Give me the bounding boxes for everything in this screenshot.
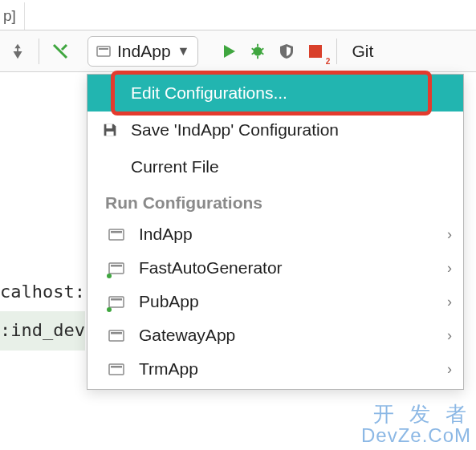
run-config-item[interactable]: IndApp› [87,217,463,251]
spring-config-icon [105,359,128,379]
config-label: FastAutoGenerator [139,258,436,278]
chevron-down-icon: ▼ [177,44,190,59]
chevron-right-icon: › [447,226,452,243]
run-config-item[interactable]: PubApp› [87,285,463,318]
svg-rect-9 [111,265,122,267]
svg-rect-8 [109,263,124,274]
svg-rect-6 [109,229,124,240]
svg-rect-3 [309,45,322,58]
toolbar: IndApp ▼ 2 Git [0,30,476,72]
run-config-dropdown: Edit Configurations... Save 'IndApp' Con… [87,74,464,390]
config-label: TrmApp [139,359,436,379]
svg-point-2 [254,47,262,55]
svg-rect-10 [109,297,124,307]
chevron-right-icon: › [447,361,452,378]
config-label: GatewayApp [139,326,436,345]
svg-rect-1 [99,48,108,50]
config-icon [96,44,111,59]
run-button[interactable] [216,39,242,64]
svg-rect-4 [106,124,112,129]
git-label[interactable]: Git [345,42,373,61]
chevron-right-icon: › [447,327,452,344]
debug-button[interactable] [245,39,271,64]
run-config-label: IndApp [117,42,171,61]
stop-badge: 2 [326,57,331,66]
coverage-button[interactable] [274,39,299,64]
code-line: calhost: [0,273,85,311]
run-config-item[interactable]: FastAutoGenerator› [87,251,463,285]
edit-configurations-item[interactable]: Edit Configurations... [87,75,463,111]
separator [39,39,39,64]
chevron-right-icon: › [447,294,452,310]
spring-config-icon [105,292,128,311]
separator [336,39,337,64]
svg-rect-12 [109,330,124,341]
svg-rect-15 [111,366,122,368]
watermark: 开 发 者 DevZe.CoM [361,403,471,445]
current-file-item[interactable]: Current File [87,148,463,185]
stop-button[interactable]: 2 [303,39,328,64]
spring-config-icon [105,326,128,345]
svg-rect-5 [106,132,113,136]
svg-rect-13 [111,332,122,334]
spring-config-icon [105,225,128,244]
svg-rect-0 [97,47,110,56]
spring-config-icon [105,258,128,278]
run-config-selector[interactable]: IndApp ▼ [87,36,198,67]
build-icon[interactable] [47,39,73,64]
editor-tab[interactable]: p] [0,2,25,30]
config-label: PubApp [139,292,436,311]
config-label: IndApp [139,225,436,244]
tab-bar: p] [0,0,476,30]
structure-icon[interactable] [5,39,31,64]
save-icon [100,121,120,139]
chevron-right-icon: › [447,260,452,277]
save-configuration-item[interactable]: Save 'IndApp' Configuration [87,111,463,148]
svg-rect-11 [111,298,122,301]
svg-rect-14 [109,364,124,375]
run-config-item[interactable]: TrmApp› [87,352,463,386]
code-line: :ind_dev [0,311,85,350]
run-config-item[interactable]: GatewayApp› [87,318,463,352]
svg-rect-7 [111,231,122,233]
code-editor: calhost: :ind_dev [0,112,85,351]
run-configurations-header: Run Configurations [87,185,463,217]
